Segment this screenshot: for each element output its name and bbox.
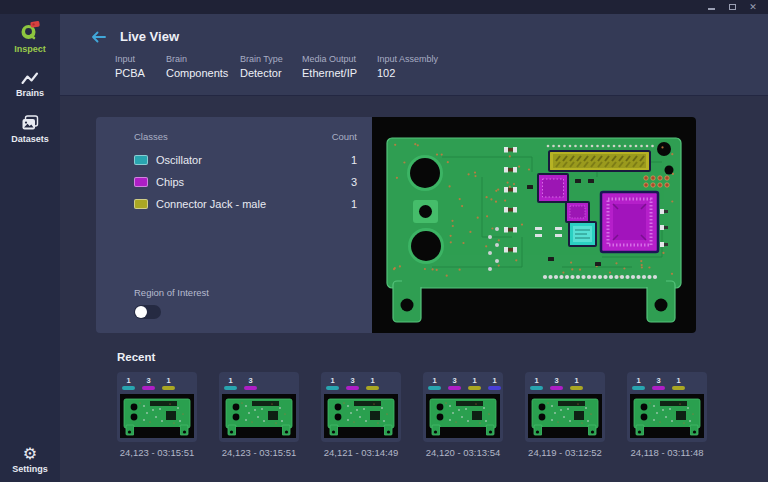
detection-oscillator xyxy=(569,222,596,246)
class-count-badge: 1 xyxy=(224,376,237,391)
minimize-icon xyxy=(708,8,715,10)
sidebar-item-label: Brains xyxy=(16,88,44,98)
recent-item: 131 xyxy=(525,372,605,458)
class-color-swatch xyxy=(134,177,148,187)
sidebar-item-label: Datasets xyxy=(11,134,49,144)
roi-toggle[interactable] xyxy=(134,305,161,319)
recent-card[interactable]: 131 xyxy=(627,372,707,442)
sidebar: Inspect Brains Datasets ⚙ Settings xyxy=(0,14,60,482)
recent-item: 13 xyxy=(219,372,299,458)
back-arrow-icon xyxy=(90,30,107,44)
recent-timestamp: 24,123 - 03:15:51 xyxy=(120,447,194,458)
class-count-badge: 1 xyxy=(530,376,543,391)
classes-panel: Classes Count Oscillator 1 Chips 3 Conne… xyxy=(96,117,372,333)
sidebar-item-label: Inspect xyxy=(14,44,46,54)
class-count-badge: 3 xyxy=(550,376,563,391)
sidebar-item-label: Settings xyxy=(12,464,48,474)
maximize-button[interactable] xyxy=(727,2,737,12)
header-fields: Input PCBA Brain Components Brain Type D… xyxy=(60,44,768,79)
brains-icon xyxy=(20,70,40,86)
class-count: 1 xyxy=(351,154,357,166)
classes-column-header: Classes xyxy=(134,131,168,142)
recent-card[interactable]: 1311 xyxy=(423,372,503,442)
settings-gear-icon: ⚙ xyxy=(23,446,37,462)
class-color-swatch xyxy=(134,199,148,209)
class-name: Connector Jack - male xyxy=(156,198,351,210)
close-button[interactable]: ✕ xyxy=(748,2,758,12)
field-brain-type: Brain Type Detector xyxy=(240,54,302,79)
class-count-badge: 1 xyxy=(366,376,379,391)
class-count-badge: 1 xyxy=(632,376,645,391)
field-input-assembly: Input Assembly 102 xyxy=(377,54,438,79)
maximize-icon xyxy=(729,4,736,10)
sidebar-item-datasets[interactable]: Datasets xyxy=(11,114,49,144)
class-count-badge: 1 xyxy=(326,376,339,391)
field-media-output: Media Output Ethernet/IP xyxy=(302,54,377,79)
recent-timestamp: 24,120 - 03:13:54 xyxy=(426,447,500,458)
recent-card[interactable]: 131 xyxy=(117,372,197,442)
page-header: Live View Input PCBA Brain Components Br… xyxy=(60,14,768,96)
recent-card[interactable]: 131 xyxy=(321,372,401,442)
recent-card[interactable]: 13 xyxy=(219,372,299,442)
class-row: Chips 3 xyxy=(134,171,357,193)
titlebar: ✕ xyxy=(0,0,768,14)
page-title: Live View xyxy=(120,29,179,44)
recent-item: 131 xyxy=(117,372,197,458)
detection-chip-2 xyxy=(566,202,589,222)
count-column-header: Count xyxy=(332,131,357,142)
detection-chip-3 xyxy=(601,192,658,252)
class-count-badge: 1 xyxy=(570,376,583,391)
roi-label: Region of Interest xyxy=(134,287,357,298)
recent-timestamp: 24,123 - 03:15:51 xyxy=(222,447,296,458)
class-count-badge: 1 xyxy=(122,376,135,391)
recent-timestamp: 24,118 - 03:11:48 xyxy=(630,447,703,458)
class-count-badge: 1 xyxy=(488,376,501,391)
datasets-icon xyxy=(20,114,40,132)
recent-timestamp: 24,119 - 03:12:52 xyxy=(528,447,602,458)
pcb-thumbnail-image xyxy=(426,394,500,438)
class-name: Oscillator xyxy=(156,154,351,166)
recent-section: Recent 131 xyxy=(117,351,717,458)
recent-card[interactable]: 131 xyxy=(525,372,605,442)
card-badges: 131 xyxy=(122,376,197,391)
pcb-inspection-image xyxy=(372,117,696,333)
class-count-badge: 1 xyxy=(468,376,481,391)
recent-item: 131 xyxy=(321,372,401,458)
class-count: 3 xyxy=(351,176,357,188)
card-badges: 131 xyxy=(632,376,707,391)
class-count-badge: 3 xyxy=(448,376,461,391)
class-count: 1 xyxy=(351,198,357,210)
sidebar-item-inspect[interactable]: Inspect xyxy=(14,20,46,54)
live-view-panel: Classes Count Oscillator 1 Chips 3 Conne… xyxy=(96,117,696,333)
inspect-logo-icon xyxy=(19,20,41,42)
sidebar-item-settings[interactable]: ⚙ Settings xyxy=(12,446,48,474)
detection-connector-jack xyxy=(549,151,650,171)
card-badges: 1311 xyxy=(428,376,503,391)
class-count-badge: 3 xyxy=(346,376,359,391)
class-count-badge: 3 xyxy=(142,376,155,391)
class-color-swatch xyxy=(134,155,148,165)
pcb-thumbnail-image xyxy=(630,394,704,438)
pcb-thumbnail-image xyxy=(324,394,398,438)
recent-title: Recent xyxy=(117,351,717,363)
minimize-button[interactable] xyxy=(706,2,716,12)
classes-rows: Oscillator 1 Chips 3 Connector Jack - ma… xyxy=(134,149,357,215)
class-count-badge: 3 xyxy=(244,376,257,391)
recent-item: 131 xyxy=(627,372,707,458)
card-badges: 131 xyxy=(530,376,605,391)
back-button[interactable] xyxy=(90,30,108,44)
live-image-container xyxy=(372,117,696,333)
card-badges: 13 xyxy=(224,376,299,391)
field-input: Input PCBA xyxy=(115,54,166,79)
app-window: ✕ Inspect Brains xyxy=(0,0,768,482)
sidebar-item-brains[interactable]: Brains xyxy=(16,70,44,98)
roi-toggle-knob xyxy=(135,306,147,318)
pcb-thumbnail-image xyxy=(528,394,602,438)
class-count-badge: 1 xyxy=(162,376,175,391)
recent-cards: 131 xyxy=(117,372,717,458)
close-icon: ✕ xyxy=(749,3,757,12)
class-count-badge: 1 xyxy=(672,376,685,391)
class-count-badge: 3 xyxy=(652,376,665,391)
roi-block: Region of Interest xyxy=(134,287,357,319)
class-name: Chips xyxy=(156,176,351,188)
